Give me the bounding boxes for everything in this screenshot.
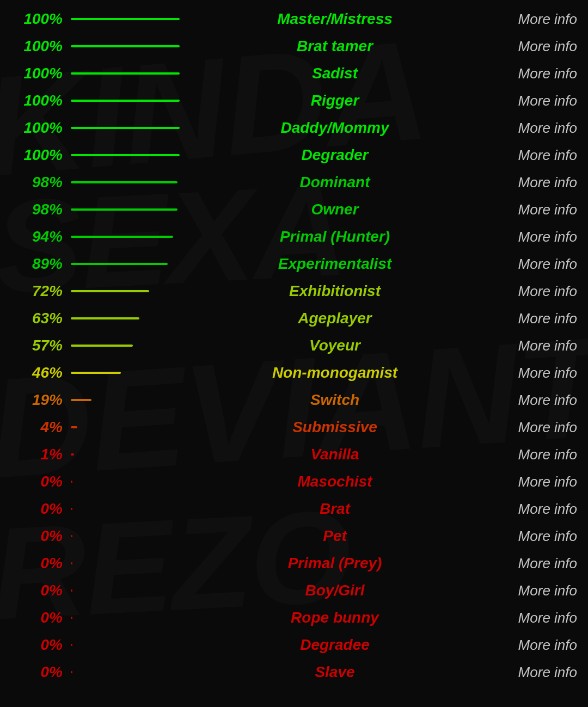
percent-value: 100% bbox=[11, 92, 71, 109]
bar-track bbox=[71, 72, 180, 75]
role-label: Voyeur bbox=[191, 337, 479, 354]
bar-track bbox=[71, 372, 180, 374]
bar-container bbox=[71, 372, 191, 374]
bar-track bbox=[71, 317, 180, 319]
bar-track bbox=[71, 562, 180, 564]
bar-track bbox=[71, 481, 180, 483]
more-info-button[interactable]: More info bbox=[479, 174, 577, 191]
percent-value: 57% bbox=[11, 337, 71, 354]
list-item: 0% Primal (Prey) More info bbox=[0, 550, 588, 577]
more-info-button[interactable]: More info bbox=[479, 337, 577, 354]
role-label: Slave bbox=[191, 663, 479, 681]
more-info-button[interactable]: More info bbox=[479, 11, 577, 28]
bar-track bbox=[71, 127, 180, 129]
bar-container bbox=[71, 263, 191, 265]
role-label: Primal (Prey) bbox=[191, 555, 479, 572]
role-label: Degrader bbox=[191, 146, 479, 164]
role-label: Submissive bbox=[191, 419, 479, 436]
more-info-button[interactable]: More info bbox=[479, 365, 577, 382]
bar-track bbox=[71, 617, 180, 619]
bar-fill bbox=[71, 535, 72, 537]
more-info-button[interactable]: More info bbox=[479, 582, 577, 599]
more-info-button[interactable]: More info bbox=[479, 555, 577, 572]
percent-value: 98% bbox=[11, 174, 71, 191]
percent-value: 89% bbox=[11, 255, 71, 273]
bar-fill bbox=[71, 154, 180, 156]
list-item: 63% Ageplayer More info bbox=[0, 305, 588, 332]
more-info-button[interactable]: More info bbox=[479, 528, 577, 545]
bar-track bbox=[71, 508, 180, 510]
role-label: Masochist bbox=[191, 473, 479, 490]
more-info-button[interactable]: More info bbox=[479, 446, 577, 463]
percent-value: 0% bbox=[11, 500, 71, 518]
more-info-button[interactable]: More info bbox=[479, 147, 577, 164]
bar-track bbox=[71, 181, 180, 183]
bar-fill bbox=[71, 208, 177, 211]
bar-container bbox=[71, 154, 191, 156]
bar-track bbox=[71, 644, 180, 646]
list-item: 1% Vanilla More info bbox=[0, 441, 588, 468]
role-label: Brat tamer bbox=[191, 38, 479, 55]
list-item: 0% Slave More info bbox=[0, 659, 588, 686]
role-label: Owner bbox=[191, 201, 479, 218]
bar-track bbox=[71, 453, 180, 456]
more-info-button[interactable]: More info bbox=[479, 201, 577, 218]
percent-value: 100% bbox=[11, 65, 71, 82]
role-label: Experimentalist bbox=[191, 255, 479, 273]
bar-fill bbox=[71, 562, 72, 564]
bar-fill bbox=[71, 263, 168, 265]
bar-track bbox=[71, 535, 180, 537]
list-item: 0% Masochist More info bbox=[0, 468, 588, 495]
list-item: 0% Brat More info bbox=[0, 495, 588, 522]
list-item: 100% Sadist More info bbox=[0, 60, 588, 87]
bar-container bbox=[71, 589, 191, 592]
more-info-button[interactable]: More info bbox=[479, 610, 577, 626]
more-info-button[interactable]: More info bbox=[479, 501, 577, 518]
bar-fill bbox=[71, 236, 173, 238]
percent-value: 0% bbox=[11, 473, 71, 490]
bar-track bbox=[71, 263, 180, 265]
percent-value: 19% bbox=[11, 391, 71, 409]
more-info-button[interactable]: More info bbox=[479, 419, 577, 436]
bar-track bbox=[71, 426, 180, 428]
bar-fill bbox=[71, 481, 72, 483]
percent-value: 0% bbox=[11, 636, 71, 654]
bar-container bbox=[71, 617, 191, 619]
more-info-button[interactable]: More info bbox=[479, 474, 577, 490]
list-item: 100% Master/Mistress More info bbox=[0, 5, 588, 33]
bar-fill bbox=[71, 644, 72, 646]
more-info-button[interactable]: More info bbox=[479, 637, 577, 654]
bar-track bbox=[71, 671, 180, 673]
more-info-button[interactable]: More info bbox=[479, 229, 577, 245]
percent-value: 46% bbox=[11, 364, 71, 382]
role-label: Switch bbox=[191, 391, 479, 409]
bar-fill bbox=[71, 290, 149, 292]
bar-container bbox=[71, 481, 191, 483]
more-info-button[interactable]: More info bbox=[479, 392, 577, 409]
bar-fill bbox=[71, 45, 180, 47]
role-label: Degradee bbox=[191, 636, 479, 654]
bar-container bbox=[71, 345, 191, 347]
bar-fill bbox=[71, 508, 72, 510]
more-info-button[interactable]: More info bbox=[479, 283, 577, 300]
list-item: 46% Non-monogamist More info bbox=[0, 359, 588, 386]
more-info-button[interactable]: More info bbox=[479, 664, 577, 681]
role-label: Brat bbox=[191, 500, 479, 518]
list-item: 19% Switch More info bbox=[0, 386, 588, 414]
more-info-button[interactable]: More info bbox=[479, 93, 577, 109]
more-info-button[interactable]: More info bbox=[479, 256, 577, 273]
more-info-button[interactable]: More info bbox=[479, 38, 577, 55]
more-info-button[interactable]: More info bbox=[479, 120, 577, 137]
bar-container bbox=[71, 45, 191, 47]
more-info-button[interactable]: More info bbox=[479, 65, 577, 82]
role-label: Primal (Hunter) bbox=[191, 228, 479, 245]
bar-container bbox=[71, 535, 191, 537]
list-item: 0% Boy/Girl More info bbox=[0, 577, 588, 604]
bar-fill bbox=[71, 345, 133, 347]
role-label: Master/Mistress bbox=[191, 10, 479, 28]
role-label: Daddy/Mommy bbox=[191, 119, 479, 137]
bar-container bbox=[71, 290, 191, 292]
percent-value: 0% bbox=[11, 582, 71, 599]
bar-container bbox=[71, 562, 191, 564]
more-info-button[interactable]: More info bbox=[479, 310, 577, 327]
